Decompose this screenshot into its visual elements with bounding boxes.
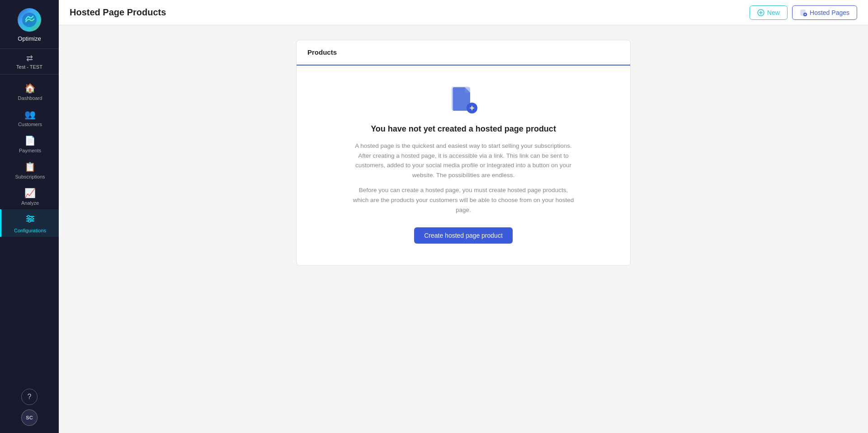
subscriptions-icon: 📋 — [24, 161, 36, 172]
sidebar-payments-label: Payments — [19, 148, 41, 153]
content-area: Products You have not yet created a host… — [59, 25, 868, 433]
analyze-icon: 📈 — [24, 188, 36, 198]
avatar[interactable]: SC — [21, 409, 38, 426]
switch-icon: ⇄ — [26, 53, 33, 63]
card-body: You have not yet created a hosted page p… — [297, 66, 630, 265]
card-header: Products — [297, 40, 630, 66]
payments-icon: 📄 — [24, 135, 36, 146]
sidebar-bottom: ? SC — [0, 389, 59, 433]
sidebar-item-analyze[interactable]: 📈 Analyze — [0, 183, 59, 209]
sidebar-analyze-label: Analyze — [21, 200, 39, 206]
configurations-icon — [25, 214, 35, 226]
sidebar-item-dashboard[interactable]: 🏠 Dashboard — [0, 78, 59, 104]
sidebar-env-switcher[interactable]: ⇄ Test - TEST — [0, 49, 59, 75]
svg-point-6 — [28, 220, 30, 222]
empty-state-icon — [448, 84, 479, 115]
hosted-pages-button[interactable]: Hosted Pages — [792, 5, 857, 20]
new-button[interactable]: New — [750, 5, 788, 20]
logo-icon — [18, 8, 41, 32]
empty-state-description2: Before you can create a hosted page, you… — [350, 185, 576, 215]
sidebar-item-customers[interactable]: 👥 Customers — [0, 104, 59, 131]
hosted-pages-button-label: Hosted Pages — [810, 9, 849, 16]
sidebar-item-payments[interactable]: 📄 Payments — [0, 131, 59, 157]
main-area: Hosted Page Products New Hosted Pages — [59, 0, 868, 433]
plus-circle-icon — [757, 9, 764, 16]
svg-point-4 — [27, 216, 29, 218]
products-card: Products You have not yet created a host… — [296, 40, 631, 266]
sidebar-app-name: Optimize — [18, 35, 41, 42]
empty-state-description1: A hosted page is the quickest and easies… — [350, 141, 576, 180]
sidebar-env-label: Test - TEST — [16, 64, 42, 70]
topbar-actions: New Hosted Pages — [750, 5, 857, 20]
customers-icon: 👥 — [24, 109, 36, 120]
new-button-label: New — [767, 9, 780, 16]
sidebar: Optimize ⇄ Test - TEST 🏠 Dashboard 👥 Cus… — [0, 0, 59, 433]
topbar: Hosted Page Products New Hosted Pages — [59, 0, 868, 25]
create-hosted-page-product-button[interactable]: Create hosted page product — [414, 227, 513, 244]
help-button[interactable]: ? — [21, 389, 38, 405]
sidebar-dashboard-label: Dashboard — [18, 95, 42, 101]
sidebar-configurations-label: Configurations — [14, 228, 46, 233]
page-title: Hosted Page Products — [70, 7, 166, 18]
sidebar-item-configurations[interactable]: Configurations — [0, 209, 59, 237]
sidebar-item-subscriptions[interactable]: 📋 Subscriptions — [0, 157, 59, 183]
home-icon: 🏠 — [24, 83, 36, 94]
sidebar-subscriptions-label: Subscriptions — [15, 174, 45, 179]
sidebar-logo[interactable]: Optimize — [0, 0, 59, 49]
svg-point-5 — [31, 218, 33, 220]
card-header-title: Products — [307, 48, 337, 56]
empty-state-title: You have not yet created a hosted page p… — [371, 124, 556, 134]
sidebar-nav: 🏠 Dashboard 👥 Customers 📄 Payments 📋 Sub… — [0, 75, 59, 389]
sidebar-customers-label: Customers — [18, 122, 42, 127]
hosted-pages-icon — [800, 9, 807, 16]
